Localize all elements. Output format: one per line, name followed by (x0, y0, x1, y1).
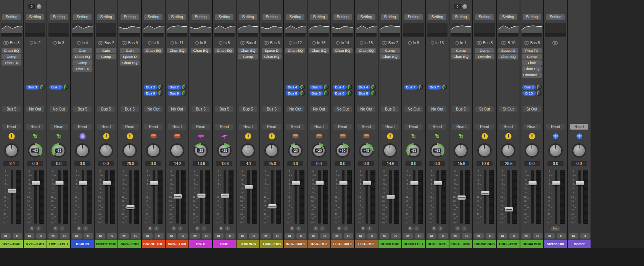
insert-plugin-slot[interactable]: Chan EQ (191, 48, 211, 53)
channel-setting-button[interactable]: Setting (73, 14, 92, 20)
channel-setting-button[interactable]: Setting (262, 14, 281, 20)
stereo-icon[interactable] (552, 133, 559, 141)
input-slot[interactable]: Bus 2 (105, 41, 114, 45)
automation-mode-button[interactable]: Read (310, 124, 328, 130)
eq-thumbnail[interactable] (427, 23, 448, 37)
volume-value[interactable]: 0.0 (98, 161, 114, 166)
channel-setting-button[interactable]: Setting (475, 14, 494, 20)
fader-track[interactable] (460, 170, 463, 224)
send-level-knob[interactable] (419, 85, 423, 90)
tom-icon[interactable] (316, 133, 323, 141)
warning-icon[interactable] (126, 133, 134, 141)
insert-plugin-slot[interactable]: Chan EQ (143, 48, 163, 53)
eq-thumbnail[interactable] (48, 23, 69, 37)
record-enable-button[interactable]: R (431, 226, 436, 231)
record-enable-button[interactable]: R (53, 226, 58, 231)
insert-plugin-slot[interactable]: Chan EQ (498, 54, 518, 59)
solo-button[interactable]: S (60, 233, 69, 239)
input-slot[interactable]: In 16 (435, 41, 444, 45)
record-enable-button[interactable]: R (337, 226, 342, 231)
channel-setting-button[interactable]: Setting (26, 14, 44, 20)
eq-thumbnail[interactable] (285, 23, 306, 37)
mute-button[interactable]: M (569, 233, 578, 239)
insert-plugin-slot[interactable]: Space D (498, 48, 518, 53)
channel-setting-button[interactable]: Setting (215, 14, 233, 20)
send-level-knob[interactable] (300, 85, 305, 90)
volume-value[interactable]: -10.8 (477, 161, 493, 166)
record-enable-button[interactable]: R (455, 226, 460, 231)
input-monitor-button[interactable]: I (201, 226, 206, 231)
input-slot[interactable]: Bus 5 (530, 41, 540, 45)
output-slot[interactable]: St Out (475, 106, 494, 112)
channel-setting-button[interactable]: Setting (428, 14, 446, 20)
channel-setting-button[interactable]: Setting (2, 14, 21, 20)
fader-track[interactable] (58, 170, 61, 224)
automation-mode-button[interactable]: Read (428, 124, 446, 130)
track-name[interactable]: SNA…TOM (166, 240, 188, 248)
kick-icon[interactable] (79, 133, 86, 141)
track-name[interactable]: SNA…ERB (118, 240, 141, 248)
mute-button[interactable]: M (25, 233, 34, 239)
pan-knob[interactable]: -63 (406, 143, 421, 158)
channel-setting-button[interactable]: Setting (499, 14, 517, 20)
send-bus-slot[interactable]: Bus 2 (167, 85, 181, 90)
input-monitor-button[interactable]: I (320, 226, 325, 231)
record-enable-button[interactable]: R (361, 226, 365, 231)
solo-button[interactable]: S (131, 233, 140, 239)
fader-cap[interactable] (386, 195, 394, 199)
fader-track[interactable] (34, 170, 37, 224)
input-gain-knob[interactable] (462, 4, 468, 10)
pan-knob[interactable] (477, 143, 492, 158)
solo-button[interactable]: S (13, 233, 22, 239)
send-level-knob[interactable] (371, 85, 376, 90)
automation-mode-button[interactable]: Read (286, 124, 304, 130)
track-name[interactable]: OVE…BUS (0, 240, 23, 248)
fader-cap[interactable] (528, 181, 536, 185)
volume-value[interactable]: -14.6 (382, 161, 398, 166)
input-slot[interactable]: In 3 (58, 41, 64, 45)
automation-mode-button[interactable]: Read (26, 124, 44, 130)
hihat-icon[interactable] (197, 133, 204, 141)
fader-track[interactable] (176, 170, 179, 224)
insert-plugin-slot[interactable]: Chan EQ (167, 48, 187, 53)
volume-value[interactable]: -28.5 (500, 161, 516, 166)
fader-cap[interactable] (410, 181, 418, 185)
insert-plugin-slot[interactable]: Space D (262, 48, 282, 53)
solo-button[interactable]: S (509, 233, 519, 239)
solo-button[interactable]: S (225, 233, 235, 239)
mute-button[interactable]: M (498, 233, 507, 239)
fader-track[interactable] (531, 170, 534, 224)
fader-cap[interactable] (150, 181, 158, 185)
fader-cap[interactable] (197, 194, 205, 198)
volume-value[interactable]: 0.0 (51, 161, 67, 166)
input-slot[interactable]: Bus 4 (246, 41, 256, 45)
send-level-knob[interactable] (182, 91, 187, 96)
automation-mode-button[interactable]: Read (262, 124, 281, 130)
input-gain-value[interactable]: 0 (454, 4, 460, 9)
volume-value[interactable]: -8.4 (3, 161, 19, 166)
channel-setting-button[interactable]: Setting (523, 14, 541, 20)
input-gain-knob[interactable] (36, 4, 42, 10)
mute-button[interactable]: M (403, 233, 413, 239)
track-name[interactable]: ROOM LEFT (402, 240, 425, 248)
pan-knob[interactable] (383, 143, 397, 158)
solo-button[interactable]: D (580, 233, 590, 239)
insert-plugin-slot[interactable]: Comp (522, 54, 542, 59)
warning-icon[interactable] (103, 133, 110, 141)
channel-setting-button[interactable]: Setting (286, 14, 304, 20)
insert-plugin-slot[interactable]: Channel… (522, 72, 542, 78)
track-name[interactable]: RAC…OM 1 (284, 240, 307, 248)
input-slot[interactable]: In 6 (153, 41, 159, 45)
volume-value[interactable]: 0.0 (27, 161, 43, 166)
record-enable-button[interactable]: R (313, 226, 318, 231)
fader-track[interactable] (578, 170, 581, 224)
channel-setting-button[interactable]: Setting (357, 14, 375, 20)
insert-plugin-slot[interactable]: Comp (380, 48, 400, 53)
send-bus-slot[interactable]: Bus 6 (357, 91, 370, 96)
eq-thumbnail[interactable] (380, 23, 400, 37)
volume-value[interactable]: 0.0 (406, 161, 422, 166)
mic-icon[interactable] (457, 133, 465, 141)
send-bus-slot[interactable]: Bus 9 (167, 91, 181, 96)
record-enable-button[interactable]: R (171, 226, 176, 231)
insert-plugin-slot[interactable]: Chan EQ (309, 48, 329, 53)
